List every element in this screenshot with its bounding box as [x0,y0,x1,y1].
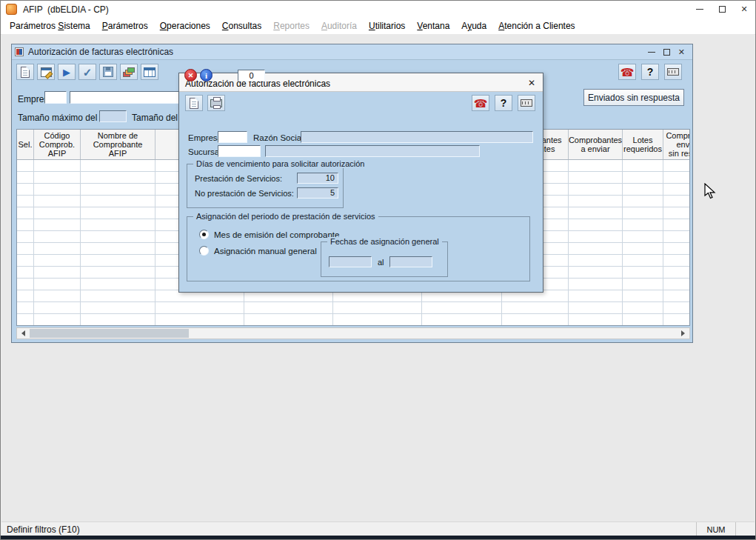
run-button[interactable]: ▶ [58,64,76,80]
grid-vline [663,160,663,326]
grid-vline [155,160,155,326]
enviados-sin-respuesta-button[interactable]: Enviados sin respuesta [583,89,684,106]
menu-ventana[interactable]: Ventana [411,19,455,33]
phone-icon: ☎ [474,98,488,109]
scrollbar-thumb[interactable] [30,329,189,338]
no-prestacion-label: No prestación de Servicios: [195,189,294,198]
info-button[interactable]: i [200,69,213,81]
exit-button[interactable]: ☎ [618,64,636,80]
tamano-lote-field[interactable] [99,110,127,122]
child-close-button[interactable]: ✕ [678,47,685,57]
hotkeys-icon [667,68,679,76]
menu-parametros-sistema[interactable]: Parámetros Sistema [4,19,96,33]
minimize-icon [696,9,703,10]
menu-utilitarios[interactable]: Utilitarios [363,19,411,33]
grid-col-comprobantes-a-enviar[interactable]: Comprobantes a enviar [569,130,623,159]
dialog-new-button[interactable] [185,95,203,111]
menu-atencion-clientes[interactable]: Atención a Clientes [492,19,581,33]
maximize-icon [719,6,726,13]
grid-col-nombre-afip[interactable]: Nombre de Comprobante AFIP [81,130,155,159]
radio-asignacion-manual[interactable] [199,246,209,256]
app-icon [6,4,17,15]
dialog-toolbar [185,95,225,111]
grid-col-lotes-requeridos[interactable]: Lotes requeridos [623,130,663,159]
grid-vline [80,160,81,326]
properties-button[interactable] [37,64,55,80]
grid-col-codigo-afip[interactable]: Código Comprob. AFIP [34,130,81,159]
dialog-print-button[interactable] [207,95,225,111]
child-minimize-button[interactable] [648,52,655,53]
status-bar: Definir filtros (F10) NUM [1,521,755,536]
properties-icon [41,67,52,77]
lots-button[interactable] [120,64,138,80]
new-document-icon [21,67,30,78]
check-icon: ✓ [83,67,93,78]
vencimiento-groupbox: Días de vencimiento para solicitar autor… [187,164,344,208]
dialog-help-button[interactable]: ? [495,95,512,111]
dialog-sucursal-field[interactable] [218,145,261,157]
prestacion-label: Prestación de Servicios: [195,174,282,183]
grid-view-button[interactable] [141,64,158,80]
menu-operaciones[interactable]: Operaciones [154,19,216,33]
confirm-button[interactable]: ✓ [78,64,96,80]
radio-mes-emision[interactable] [199,230,209,239]
close-icon: ✕ [740,4,747,14]
dialog-razon-social-field[interactable] [301,131,533,143]
dialog-sucursal-name-field[interactable] [265,145,480,157]
application-window: AFIP (dbELDIA - CP) ✕ Parámetros Sistema… [0,0,756,540]
scroll-right-button[interactable] [678,328,689,339]
menu-reportes: Reportes [267,19,315,33]
grid-col-sel[interactable]: Sel. [17,130,34,159]
grid-col-comprobantes-enviados[interactable]: Comprobantes enviados sin respuesta [663,130,690,159]
status-text: Definir filtros (F10) [1,524,696,535]
scrollbar-track[interactable] [29,328,678,339]
menubar: Parámetros Sistema Parámetros Operacione… [1,18,755,35]
help-icon: ? [647,67,654,77]
child-titlebar[interactable]: Autorización de facturas electrónicas ✕ [12,44,692,60]
phone-icon: ☎ [620,67,635,78]
grid-vline [622,160,623,326]
vencimiento-group-title: Días de vencimiento para solicitar autor… [193,159,367,168]
dialog-toolbar-right: ☎ ? [472,95,535,111]
fecha-hasta-field[interactable] [389,256,432,267]
menu-parametros[interactable]: Parámetros [96,19,154,33]
new-button[interactable] [16,64,34,80]
save-button[interactable] [99,64,117,80]
dialog-body: ☎ ? Empresa: Razón Social: Sucursal: Día… [179,92,543,292]
no-prestacion-value-field[interactable]: 5 [297,187,338,199]
asignacion-group-title: Asignación del periodo de prestación de … [193,212,378,221]
menu-consultas[interactable]: Consultas [216,19,267,33]
dialog-hotkeys-button[interactable] [518,95,535,111]
empresa-code-field[interactable] [44,91,67,104]
child-toolbar: ▶ ✓ [16,62,158,81]
maximize-button[interactable] [711,1,733,18]
radio-mes-emision-label: Mes de emisión del comprobante [214,230,339,239]
scroll-left-button[interactable] [17,328,29,339]
minimize-button[interactable] [689,1,711,18]
dialog-exit-button[interactable]: ☎ [472,95,489,111]
child-window-icon [15,47,24,56]
dialog-close-button[interactable]: ✕ [524,76,539,89]
child-window-controls: ✕ [648,47,685,57]
grid-horizontal-scrollbar[interactable] [16,327,690,339]
window-controls: ✕ [689,1,755,18]
help-button[interactable]: ? [641,64,659,80]
cards-icon [123,67,136,78]
help-icon: ? [501,98,507,108]
fecha-desde-field[interactable] [329,256,372,267]
counter-field[interactable]: 0 [238,70,265,81]
cancel-icon: ✕ [188,72,194,79]
num-lock-indicator: NUM [696,522,735,536]
tamano-del-label: Tamaño del [132,113,178,123]
hotkeys-button[interactable] [664,64,682,80]
dialog-titlebar[interactable]: Autorización de facturas electrónicas ✕ [179,73,543,92]
dialog-empresa-field[interactable] [218,131,247,143]
child-maximize-button[interactable] [663,49,670,56]
close-button[interactable]: ✕ [733,1,755,18]
printer-icon [210,99,222,107]
new-document-icon [190,98,198,109]
prestacion-value-field[interactable]: 10 [297,173,338,184]
menu-ayuda[interactable]: Ayuda [455,19,492,33]
menu-auditoria: Auditoría [315,19,363,33]
cancel-button[interactable]: ✕ [184,69,197,81]
